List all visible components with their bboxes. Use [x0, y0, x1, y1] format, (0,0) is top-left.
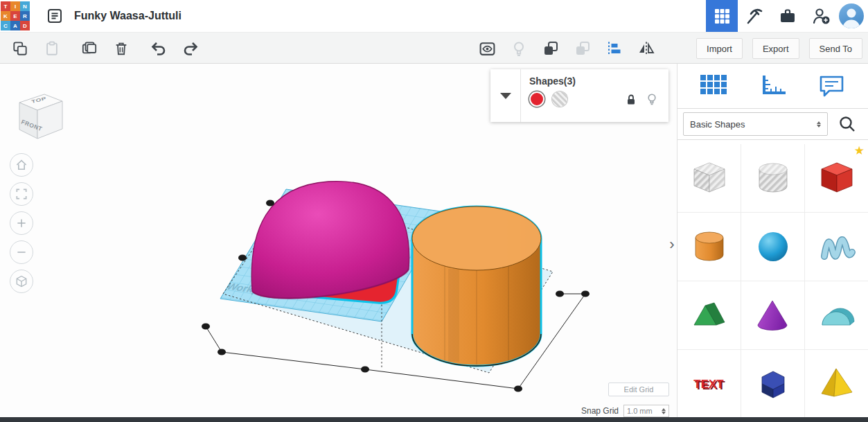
design-menu-button[interactable] — [39, 1, 70, 31]
hole-material-swatch[interactable] — [552, 91, 567, 107]
notes-icon — [819, 74, 845, 98]
category-dropdown-value: Basic Shapes — [690, 119, 817, 130]
shape-tile-round-roof[interactable] — [805, 281, 868, 349]
handle-dot[interactable] — [266, 200, 274, 206]
person-add-icon — [811, 6, 831, 26]
redo-icon — [182, 40, 199, 57]
shape-tile-roof[interactable] — [677, 281, 741, 349]
cylinder-hole-icon — [752, 157, 794, 199]
duplicate-icon — [82, 41, 97, 56]
shape-tile-scribble[interactable] — [805, 213, 868, 281]
group-button[interactable] — [535, 34, 567, 63]
logo-tile: N — [20, 1, 30, 11]
box-hole-icon — [689, 157, 730, 199]
paste-button[interactable] — [36, 34, 68, 63]
category-dropdown[interactable]: Basic Shapes — [683, 112, 828, 136]
pickaxe-icon — [745, 7, 763, 25]
group-icon — [542, 40, 559, 57]
redo-button[interactable] — [175, 34, 206, 63]
show-hidden-button[interactable] — [471, 34, 503, 63]
apps-grid-button[interactable] — [706, 0, 738, 32]
category-row: Basic Shapes — [677, 108, 868, 140]
text-shape-icon: TEXT TEXT — [689, 363, 730, 405]
shape-tile-pyramid[interactable] — [805, 350, 868, 418]
mirror-button[interactable] — [630, 34, 662, 63]
shape-tile-cylinder[interactable] — [677, 213, 741, 281]
handle-dot[interactable] — [361, 367, 369, 373]
handle-dot[interactable] — [218, 349, 226, 355]
design-title[interactable]: Funky Waasa-Juttuli — [74, 10, 181, 22]
view-cube[interactable]: TOP FRONT — [8, 80, 72, 147]
person-add-button[interactable] — [804, 0, 838, 32]
fit-view-button[interactable] — [10, 182, 33, 206]
lock-icon[interactable] — [626, 94, 637, 105]
duplicate-button[interactable] — [73, 34, 105, 63]
color-swatch-red[interactable] — [529, 91, 544, 107]
logo-tile: K — [1, 11, 10, 21]
zoom-out-icon — [15, 246, 28, 258]
shape-tile-box-hole[interactable] — [677, 144, 741, 212]
avatar[interactable] — [839, 3, 864, 28]
shape-tile-cylinder-hole[interactable] — [741, 144, 804, 212]
logo-tile: T — [1, 1, 10, 11]
snap-grid-label: Snap Grid — [581, 406, 619, 416]
tinkercad-logo[interactable]: T I N K E R C A D — [1, 1, 30, 30]
send-to-button[interactable]: Send To — [809, 38, 862, 59]
io-buttons: Import Export Send To — [696, 33, 862, 64]
logo-tile: A — [10, 21, 20, 30]
roof-icon — [689, 294, 730, 336]
handle-dot[interactable] — [581, 291, 590, 297]
document-list-icon — [46, 8, 63, 24]
shape-tile-box[interactable]: ★ — [805, 144, 868, 212]
undo-button[interactable] — [143, 34, 175, 63]
logo-tile: D — [20, 21, 30, 30]
workplane-grid-icon — [700, 74, 727, 98]
handle-dot[interactable] — [514, 386, 522, 392]
logo-tile: E — [10, 11, 20, 21]
caret-down-icon — [500, 93, 511, 99]
shape-cylinder[interactable] — [412, 206, 541, 366]
shape-tiles: ★ — [677, 140, 868, 418]
zoom-out-button[interactable] — [10, 240, 33, 264]
delete-button[interactable] — [105, 34, 137, 63]
import-button[interactable]: Import — [696, 38, 743, 59]
perspective-button[interactable] — [10, 270, 33, 293]
shape-tile-sphere[interactable] — [741, 213, 804, 281]
ungroup-icon — [574, 40, 591, 57]
zoom-in-button[interactable] — [10, 211, 33, 235]
bottom-strip — [0, 417, 868, 422]
shape-dome[interactable] — [251, 182, 409, 299]
copy-icon — [12, 41, 28, 56]
briefcase-button[interactable] — [771, 0, 804, 32]
align-button[interactable] — [599, 34, 630, 63]
box-icon — [816, 157, 858, 199]
workplane-tool-button[interactable] — [696, 68, 732, 104]
topbar-actions — [706, 0, 868, 32]
pickaxe-button[interactable] — [738, 0, 771, 32]
snap-grid-select[interactable]: 1.0 mm — [623, 405, 669, 417]
scribble-icon — [816, 226, 858, 267]
home-view-button[interactable] — [10, 153, 33, 177]
panel-collapse-toggle[interactable]: › — [666, 233, 677, 256]
export-button[interactable]: Export — [752, 38, 799, 59]
shape-tile-cone[interactable] — [741, 281, 804, 349]
stepper-arrows-icon[interactable] — [662, 408, 666, 414]
ungroup-button[interactable] — [567, 34, 599, 63]
shape-tile-text[interactable]: TEXT TEXT — [677, 350, 741, 418]
selection-dropdown-toggle[interactable] — [490, 69, 521, 122]
handle-dot[interactable] — [202, 324, 210, 330]
edit-grid-button[interactable]: Edit Grid — [608, 383, 669, 396]
lights-button[interactable] — [503, 34, 535, 63]
polygon-icon — [752, 363, 794, 405]
briefcase-icon — [779, 7, 797, 25]
notes-tool-button[interactable] — [814, 68, 850, 104]
ruler-tool-button[interactable] — [755, 68, 791, 104]
lightbulb-icon[interactable] — [646, 93, 657, 106]
favorite-star-icon[interactable]: ★ — [854, 144, 865, 158]
shape-tile-polygon[interactable] — [741, 350, 804, 418]
copy-button[interactable] — [4, 34, 36, 63]
search-button[interactable] — [832, 112, 862, 137]
handle-dot[interactable] — [556, 291, 564, 297]
viewport[interactable]: Workplane — [0, 64, 677, 422]
handle-dot[interactable] — [238, 255, 247, 261]
